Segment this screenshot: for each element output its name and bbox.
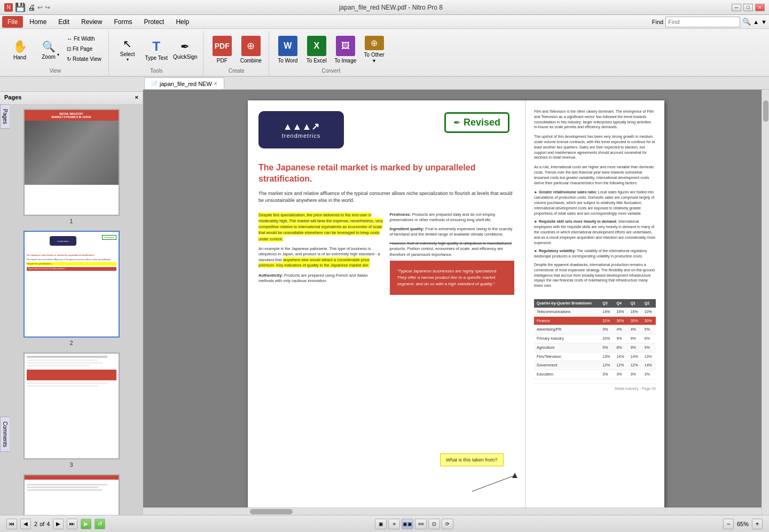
ribbon-view-label: View <box>50 68 61 76</box>
nav-last-button[interactable]: ⏭ <box>67 519 77 529</box>
view-two-scroll-button[interactable]: ≡≡ <box>415 519 427 529</box>
table-cell-q4: 12% <box>614 361 627 370</box>
quick-access-redo[interactable]: ↪ <box>45 4 50 11</box>
table-cell-q4: 9% <box>614 334 627 343</box>
table-header-q2: Q2 <box>642 299 656 308</box>
quick-access-undo[interactable]: ↩ <box>37 4 43 11</box>
fit-width-button[interactable]: ↔ Fit Width <box>64 34 104 43</box>
sidebar: Pages × RETAIL INDUSTRYMARKET DYNAMICS I… <box>0 90 143 515</box>
pdf-button[interactable]: PDF PDF <box>209 33 236 65</box>
table-cell-q4: 14% <box>614 352 627 361</box>
sticky-arrow-svg <box>419 465 525 497</box>
thumb-line-3d <box>27 365 90 366</box>
app-icon: N <box>4 3 13 12</box>
menu-help[interactable]: Help <box>170 16 194 28</box>
table-cell-q3: 3% <box>600 325 614 334</box>
minimize-button[interactable]: ─ <box>732 4 741 11</box>
thumb-content-2: trendmetrics ✒ Revised The Japanese reta… <box>25 232 119 337</box>
rotate-view-button[interactable]: ↻ Rotate View <box>64 54 104 64</box>
document-viewer[interactable]: ▲▲▲↗ trendmetrics ✒ Revised The Japanese… <box>143 90 769 515</box>
menu-edit[interactable]: Edit <box>53 16 75 28</box>
to-word-label: To Word <box>278 58 297 64</box>
zoom-button[interactable]: 🔍 Zoom ▾ <box>35 33 62 65</box>
zoom-out-button[interactable]: − <box>723 519 734 529</box>
view-scroll-button[interactable]: ≡ <box>388 519 400 529</box>
right-bullet-1: ► Greater retail/volume sales ratio: Loc… <box>534 190 656 216</box>
find-prev-icon[interactable]: ▲ <box>753 19 759 25</box>
window-controls: ─ □ ✕ <box>732 4 765 11</box>
thumb-line-3c <box>27 362 103 364</box>
thumb-line-3e <box>27 382 107 384</box>
tab-close-button[interactable]: × <box>214 81 217 87</box>
comments-vtab[interactable]: Comments <box>0 417 10 452</box>
doc-footer-right: Retail Industry - Page 03 <box>534 384 656 392</box>
close-button[interactable]: ✕ <box>755 4 765 11</box>
select-button[interactable]: ↖ Select ▾ <box>114 33 141 65</box>
to-other-button[interactable]: ⊕ To Other ▾ <box>361 33 388 65</box>
table-row: Telecommunications 14% 15% 15% 10% <box>534 308 656 316</box>
patisserie-para: An example is the Japanese patisserie. T… <box>258 246 383 269</box>
thumb-content-3 <box>25 354 119 458</box>
table-row: Advertising/PR 3% 4% 4% 5% <box>534 325 656 334</box>
table-row: Finance 31% 30% 30% 30% <box>534 316 656 325</box>
menu-file[interactable]: File <box>2 16 23 28</box>
select-icon: ↖ <box>123 37 132 50</box>
nav-next-button[interactable]: ▶ <box>53 519 64 529</box>
table-row: Primary Industry 10% 9% 9% 8% <box>534 334 656 343</box>
find-input[interactable] <box>665 17 740 27</box>
quicksign-button[interactable]: ✒ QuickSign <box>172 33 199 65</box>
sidebar-close-button[interactable]: × <box>135 94 138 100</box>
fit-page-button[interactable]: ⊡ Fit Page <box>64 44 104 53</box>
doc-scrollbar-h[interactable] <box>143 507 762 515</box>
ribbon-group-create: PDF PDF ⊕ Combine Create <box>205 31 269 76</box>
to-excel-button[interactable]: X To Excel <box>303 33 330 65</box>
menu-review[interactable]: Review <box>76 16 107 28</box>
right-bullet-2: ► Requisite skill sets more heavily in d… <box>534 219 656 245</box>
combine-button[interactable]: ⊕ Combine <box>238 33 264 65</box>
red-quote-box: "Typical Japanese businesses are highly … <box>390 261 515 295</box>
menu-protect[interactable]: Protect <box>138 16 169 28</box>
to-image-button[interactable]: 🖼 To Image <box>332 33 359 65</box>
quick-access-save[interactable]: 💾 <box>15 2 26 12</box>
view-single-page-button[interactable]: ▣ <box>375 519 387 529</box>
table-row: Education 3% 3% 3% 3% <box>534 370 656 379</box>
thumb-body-4 <box>25 482 119 494</box>
select-arrow: ▾ <box>127 57 129 62</box>
table-cell-q4: 3% <box>614 370 627 379</box>
nav-first-button[interactable]: ⏮ <box>6 519 17 529</box>
hand-button[interactable]: ✋ Hand <box>6 33 33 65</box>
ribbon-group-view: ✋ Hand 🔍 Zoom ▾ ↔ Fit Width ⊡ Fit Page ↻ <box>2 31 109 76</box>
menu-home[interactable]: Home <box>24 16 52 28</box>
nav-play-button[interactable]: ▶ <box>81 519 91 529</box>
page-thumb-1[interactable]: RETAIL INDUSTRYMARKET DYNAMICS IN JAPAN … <box>4 109 138 224</box>
doc-scrollbar-v[interactable] <box>762 90 769 515</box>
view-fit-button[interactable]: ⊡ <box>428 519 440 529</box>
nav-prev-button[interactable]: ◀ <box>20 519 31 529</box>
table-cell-q4: 15% <box>614 308 627 316</box>
menu-forms[interactable]: Forms <box>108 16 137 28</box>
type-text-button[interactable]: T Type Text <box>143 33 170 65</box>
maximize-button[interactable]: □ <box>743 4 753 11</box>
quick-access-print[interactable]: 🖨 <box>28 3 35 12</box>
page-thumb-4[interactable]: 4 <box>4 474 138 515</box>
to-word-button[interactable]: W To Word <box>274 33 301 65</box>
find-search-icon[interactable]: 🔍 <box>742 18 751 26</box>
thumb-content-4 <box>25 475 119 515</box>
nav-refresh-button[interactable]: ↺ <box>95 519 105 529</box>
view-reflow-button[interactable]: ⟳ <box>442 519 453 529</box>
view-two-page-button[interactable]: ▣▣ <box>402 519 413 529</box>
window-title: japan_file_red NEW.pdf - Nitro Pro 8 <box>50 4 732 11</box>
zoom-in-button[interactable]: + <box>752 519 763 529</box>
pages-vtab[interactable]: Pages <box>0 104 10 129</box>
document-tab[interactable]: 📄 japan_file_red NEW × <box>144 77 224 89</box>
ribbon-group-tools: ↖ Select ▾ T Type Text ✒ QuickSign Tools <box>110 31 203 76</box>
page-thumb-3[interactable]: 3 <box>4 353 138 468</box>
right-para-4: Despite the apparent drawbacks, internat… <box>534 262 656 288</box>
thumb-body-3 <box>25 354 119 390</box>
table-cell-q3: 31% <box>600 316 614 325</box>
right-para-2: The upshot of this development has been … <box>534 134 656 160</box>
thumb-revised: ✒ Revised <box>102 235 116 240</box>
ribbon-view-buttons: ✋ Hand 🔍 Zoom ▾ ↔ Fit Width ⊡ Fit Page ↻ <box>6 33 104 68</box>
page-thumb-2[interactable]: trendmetrics ✒ Revised The Japanese reta… <box>4 231 138 346</box>
find-next-icon[interactable]: ▼ <box>761 19 767 25</box>
